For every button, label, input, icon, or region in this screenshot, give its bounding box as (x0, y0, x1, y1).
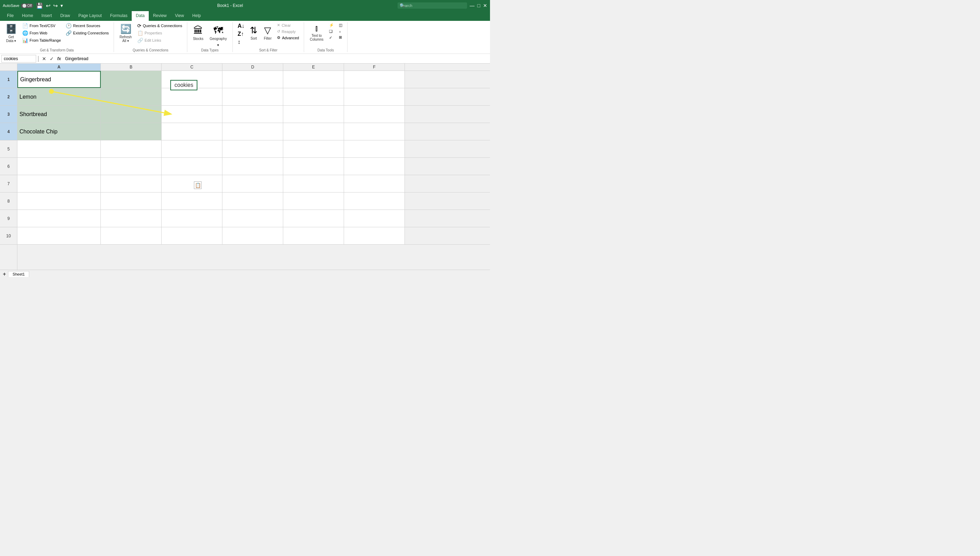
cell-e9[interactable] (283, 210, 344, 227)
data-types-expand-icon[interactable]: ▾ (217, 43, 219, 47)
cell-b7[interactable] (101, 175, 161, 192)
cell-b2[interactable] (101, 88, 161, 105)
relationships-button[interactable]: ⬦ (337, 29, 344, 34)
cell-e1[interactable] (283, 71, 344, 88)
tab-draw[interactable]: Draw (56, 11, 74, 21)
cell-a2[interactable]: Lemon (18, 88, 101, 105)
cell-b4[interactable] (101, 123, 161, 140)
col-header-f[interactable]: F (344, 64, 405, 71)
cell-f2[interactable] (344, 88, 405, 105)
col-header-a[interactable]: A (18, 64, 101, 71)
stocks-button[interactable]: 🏛 Stocks (190, 22, 206, 43)
sort-za-button[interactable]: Z↑ (236, 30, 247, 38)
search-input[interactable] (397, 2, 467, 9)
cell-b10[interactable] (101, 227, 161, 244)
row-num-10[interactable]: 10 (0, 227, 17, 245)
customize-icon[interactable]: ▾ (60, 3, 63, 8)
cell-d5[interactable] (223, 141, 283, 157)
cell-b8[interactable] (101, 192, 161, 210)
existing-connections-button[interactable]: 🔗 Existing Connections (64, 29, 111, 37)
tab-page-layout[interactable]: Page Layout (74, 11, 106, 21)
cell-d7[interactable] (223, 175, 283, 192)
tab-data[interactable]: Data (132, 11, 149, 21)
window-minimize-icon[interactable]: — (470, 3, 475, 8)
row-num-8[interactable]: 8 (0, 192, 17, 210)
manage-model-button[interactable]: ⊞ (337, 34, 344, 40)
cell-f5[interactable] (344, 141, 405, 157)
cell-d8[interactable] (223, 192, 283, 210)
cell-e7[interactable] (283, 175, 344, 192)
cell-a4[interactable]: Chocolate Chip (18, 123, 101, 140)
cell-a9[interactable] (18, 210, 101, 227)
cell-e4[interactable] (283, 123, 344, 140)
get-data-button[interactable]: 🗄️ GetData ▾ (3, 22, 19, 44)
filter-button[interactable]: ▽ Filter (261, 22, 274, 43)
cell-d4[interactable] (223, 123, 283, 140)
cell-e8[interactable] (283, 192, 344, 210)
cell-e10[interactable] (283, 227, 344, 244)
cell-d9[interactable] (223, 210, 283, 227)
cell-c5[interactable] (161, 141, 223, 157)
text-to-columns-button[interactable]: ⫿ Text toColumns (307, 22, 326, 43)
cell-c8[interactable] (161, 192, 223, 210)
sort-az-button[interactable]: A↓ (236, 22, 247, 30)
cell-f10[interactable] (344, 227, 405, 244)
col-header-e[interactable]: E (283, 64, 344, 71)
cell-e2[interactable] (283, 88, 344, 105)
tab-view[interactable]: View (171, 11, 188, 21)
cell-c6[interactable] (161, 158, 223, 175)
queries-connections-button[interactable]: ⟳ Queries & Connections (135, 22, 184, 29)
row-num-6[interactable]: 6 (0, 158, 17, 175)
autocomplete-icon[interactable]: 📋 (194, 181, 202, 189)
cell-c9[interactable] (161, 210, 223, 227)
cell-c4[interactable] (161, 123, 223, 140)
col-header-b[interactable]: B (101, 64, 161, 71)
cell-f4[interactable] (344, 123, 405, 140)
cell-d2[interactable] (223, 88, 283, 105)
insert-function-button[interactable]: fx (56, 56, 63, 62)
refresh-all-button[interactable]: 🔄 RefreshAll ▾ (117, 22, 134, 44)
cell-e6[interactable] (283, 158, 344, 175)
redo-icon[interactable]: ↪ (53, 2, 58, 9)
tab-home[interactable]: Home (18, 11, 37, 21)
flash-fill-button[interactable]: ⚡ (327, 22, 336, 28)
cell-c7[interactable] (161, 175, 223, 192)
tab-review[interactable]: Review (149, 11, 171, 21)
add-sheet-button[interactable]: + (2, 271, 7, 277)
tab-file[interactable]: File (3, 11, 18, 21)
reapply-button[interactable]: ↺ Reapply (275, 29, 301, 34)
clear-button[interactable]: ✕ Clear (275, 22, 301, 28)
cell-a8[interactable] (18, 192, 101, 210)
properties-button[interactable]: 📋 Properties (135, 29, 184, 37)
cell-a7[interactable] (18, 175, 101, 192)
cell-d6[interactable] (223, 158, 283, 175)
row-num-9[interactable]: 9 (0, 210, 17, 227)
undo-icon[interactable]: ↩ (46, 2, 50, 9)
cell-f7[interactable] (344, 175, 405, 192)
row-num-5[interactable]: 5 (0, 141, 17, 158)
cell-a3[interactable]: Shortbread (18, 106, 101, 123)
cell-d3[interactable] (223, 106, 283, 123)
cell-d10[interactable] (223, 227, 283, 244)
cell-b3[interactable] (101, 106, 161, 123)
cell-d1[interactable] (223, 71, 283, 88)
cell-b5[interactable] (101, 141, 161, 157)
sheet-tab-sheet1[interactable]: Sheet1 (8, 271, 29, 277)
cell-b6[interactable] (101, 158, 161, 175)
advanced-button[interactable]: ⚙ Advanced (275, 35, 301, 40)
sort-numeric-button[interactable]: ↕ (236, 38, 247, 46)
cell-f6[interactable] (344, 158, 405, 175)
col-header-c[interactable]: C (161, 64, 223, 71)
autosave-control[interactable]: AutoSave ⚪ Off (3, 3, 33, 8)
tab-insert[interactable]: Insert (37, 11, 56, 21)
cell-f1[interactable] (344, 71, 405, 88)
cell-c10[interactable] (161, 227, 223, 244)
from-table-button[interactable]: 📊 From Table/Range (20, 37, 63, 44)
col-header-d[interactable]: D (223, 64, 283, 71)
name-box[interactable] (2, 55, 36, 63)
confirm-button[interactable]: ✓ (48, 55, 55, 62)
cell-c2[interactable] (161, 88, 223, 105)
cell-f3[interactable] (344, 106, 405, 123)
window-close-icon[interactable]: ✕ (483, 3, 487, 8)
consolidate-button[interactable]: ◫ (337, 22, 344, 28)
